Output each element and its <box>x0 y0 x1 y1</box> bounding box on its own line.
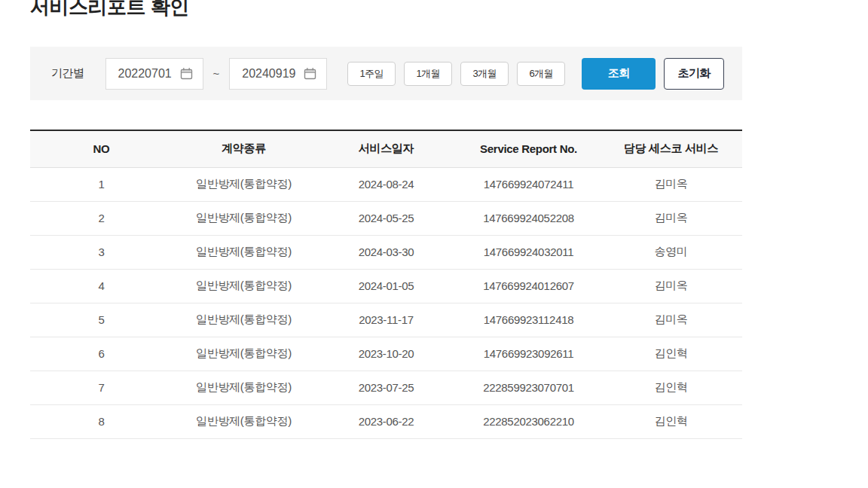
cell-contract-type: 일반방제(통합약정) <box>173 201 315 235</box>
cell-contract-type: 일반방제(통합약정) <box>173 269 315 303</box>
cell-service-date: 2024-08-24 <box>315 167 457 201</box>
cell-no: 2 <box>30 201 173 235</box>
period-filter-label: 기간별 <box>51 66 84 81</box>
cell-report-no: 147669924072411 <box>457 167 600 201</box>
table-row[interactable]: 8 일반방제(통합약정) 2023-06-22 222852023062210 … <box>30 404 742 438</box>
period-1month-button[interactable]: 1개월 <box>404 62 452 86</box>
cell-staff: 김인혁 <box>600 404 742 438</box>
reset-button[interactable]: 초기화 <box>664 58 724 90</box>
cell-service-date: 2024-03-30 <box>315 235 457 269</box>
table-row[interactable]: 7 일반방제(통합약정) 2023-07-25 222859923070701 … <box>30 371 742 404</box>
date-from-value: 20220701 <box>118 67 172 81</box>
cell-report-no: 147669924012607 <box>457 269 600 303</box>
column-header-staff: 담당 세스코 서비스 <box>600 130 742 167</box>
column-header-service-date: 서비스일자 <box>315 130 457 167</box>
cell-report-no: 147669924052208 <box>457 201 600 235</box>
page-title: 서비스리포트 확인 <box>30 0 189 19</box>
table-row[interactable]: 4 일반방제(통합약정) 2024-01-05 147669924012607 … <box>30 269 742 303</box>
table-header-row: NO 계약종류 서비스일자 Service Report No. 담당 세스코 … <box>30 130 742 167</box>
cell-service-date: 2023-11-17 <box>315 303 457 337</box>
cell-service-date: 2023-07-25 <box>315 371 457 404</box>
cell-contract-type: 일반방제(통합약정) <box>173 235 315 269</box>
cell-no: 4 <box>30 269 173 303</box>
cell-staff: 김미옥 <box>600 167 742 201</box>
table-row[interactable]: 6 일반방제(통합약정) 2023-10-20 147669923092611 … <box>30 337 742 371</box>
date-to-input[interactable]: 20240919 <box>229 58 327 90</box>
cell-no: 1 <box>30 167 173 201</box>
period-3month-button[interactable]: 3개월 <box>460 62 509 86</box>
cell-no: 7 <box>30 371 173 404</box>
table-row[interactable]: 3 일반방제(통합약정) 2024-03-30 147669924032011 … <box>30 235 742 269</box>
cell-staff: 김미옥 <box>600 201 742 235</box>
cell-no: 3 <box>30 235 173 269</box>
cell-report-no: 147669923092611 <box>457 337 600 371</box>
cell-contract-type: 일반방제(통합약정) <box>173 303 315 337</box>
service-report-page: 서비스리포트 확인 기간별 20220701 ~ 20240919 <box>0 0 868 488</box>
cell-service-date: 2024-01-05 <box>315 269 457 303</box>
date-range-separator: ~ <box>213 67 220 80</box>
calendar-icon[interactable] <box>304 67 316 80</box>
cell-no: 5 <box>30 303 173 337</box>
cell-staff: 김인혁 <box>600 371 742 404</box>
table-row[interactable]: 2 일반방제(통합약정) 2024-05-25 147669924052208 … <box>30 201 742 235</box>
cell-contract-type: 일반방제(통합약정) <box>173 167 315 201</box>
table-body: 1 일반방제(통합약정) 2024-08-24 147669924072411 … <box>30 167 742 438</box>
cell-staff: 김인혁 <box>600 337 742 371</box>
search-button[interactable]: 조회 <box>582 58 656 90</box>
cell-report-no: 147669924032011 <box>457 235 600 269</box>
date-to-value: 20240919 <box>242 67 295 81</box>
cell-report-no: 147669923112418 <box>457 303 600 337</box>
calendar-icon[interactable] <box>180 67 193 80</box>
period-filter-bar: 기간별 20220701 ~ 20240919 <box>30 47 742 100</box>
cell-contract-type: 일반방제(통합약정) <box>173 371 315 404</box>
period-1week-button[interactable]: 1주일 <box>347 62 396 86</box>
cell-service-date: 2023-10-20 <box>315 337 457 371</box>
table-row[interactable]: 5 일반방제(통합약정) 2023-11-17 147669923112418 … <box>30 303 742 337</box>
cell-staff: 김미옥 <box>600 269 742 303</box>
cell-no: 8 <box>30 404 173 438</box>
cell-no: 6 <box>30 337 173 371</box>
cell-contract-type: 일반방제(통합약정) <box>173 337 315 371</box>
column-header-report-no: Service Report No. <box>457 130 600 167</box>
column-header-contract-type: 계약종류 <box>173 130 315 167</box>
service-report-table: NO 계약종류 서비스일자 Service Report No. 담당 세스코 … <box>30 130 742 439</box>
date-from-input[interactable]: 20220701 <box>105 58 203 90</box>
cell-service-date: 2023-06-22 <box>315 404 457 438</box>
cell-service-date: 2024-05-25 <box>315 201 457 235</box>
cell-report-no: 222852023062210 <box>457 404 600 438</box>
period-6month-button[interactable]: 6개월 <box>517 62 565 86</box>
cell-contract-type: 일반방제(통합약정) <box>173 404 315 438</box>
period-quick-buttons: 1주일 1개월 3개월 6개월 <box>347 62 565 86</box>
cell-report-no: 222859923070701 <box>457 371 600 404</box>
table-row[interactable]: 1 일반방제(통합약정) 2024-08-24 147669924072411 … <box>30 167 742 201</box>
cell-staff: 김미옥 <box>600 303 742 337</box>
column-header-no: NO <box>30 130 173 167</box>
table-header: NO 계약종류 서비스일자 Service Report No. 담당 세스코 … <box>30 130 742 167</box>
cell-staff: 송영미 <box>600 235 742 269</box>
